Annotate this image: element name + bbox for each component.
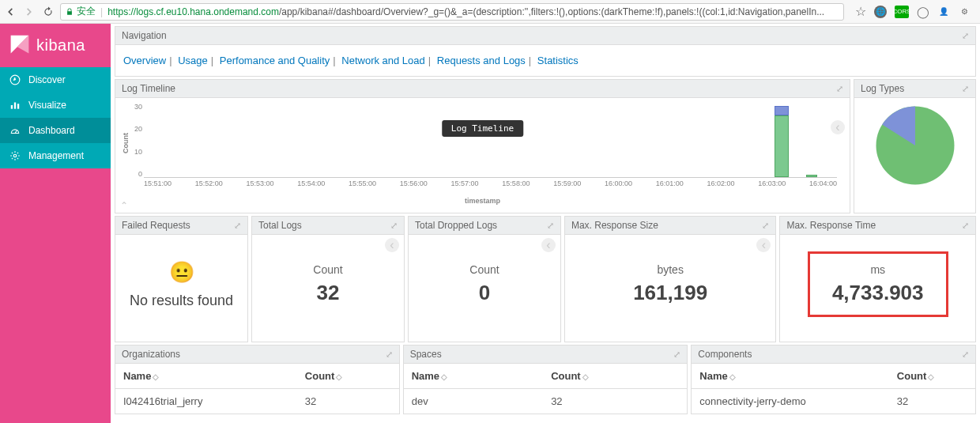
svg-rect-4	[14, 103, 16, 109]
forward-icon[interactable]	[24, 6, 35, 17]
secure-badge: 安全	[66, 5, 96, 18]
table-header-count[interactable]: Count◇	[889, 364, 975, 389]
total-logs-panel: Total Logs⤢ ‹ Count 32	[251, 216, 405, 342]
max-response-size-panel: Max. Response Size⤢ ‹ bytes 161,199	[564, 216, 777, 342]
expand-icon[interactable]: ⤢	[962, 84, 969, 94]
extension-user-icon[interactable]: 👤	[937, 6, 950, 18]
browser-action-icons: ☆ 🌐 CORS ◯ 👤 ⚙	[850, 4, 975, 19]
svg-rect-5	[17, 104, 19, 108]
organizations-table: Name◇ Count◇ I042416trial_jerry 32	[115, 364, 399, 414]
metric-value: 4,733.903	[832, 281, 924, 305]
highlighted-metric: ms 4,733.903	[808, 251, 948, 317]
url-path: /app/kibana#/dashboard/Overview?_g=()&_a…	[279, 6, 824, 17]
dashboard-nav-links: Overview| Usage| Perfomance and Quality|…	[115, 45, 975, 76]
table-header-name[interactable]: Name◇	[692, 364, 889, 389]
sidebar-item-management[interactable]: Management	[0, 143, 111, 168]
table-header-name[interactable]: Name◇	[404, 364, 543, 389]
panel-title: Log Types	[861, 83, 904, 94]
browser-toolbar: 安全 | https://logs.cf.eu10.hana.ondemand.…	[0, 0, 980, 24]
table-row[interactable]: dev 32	[404, 389, 688, 414]
extension-ublock-icon[interactable]: ◯	[917, 6, 929, 18]
expand-icon[interactable]: ⤢	[836, 84, 843, 94]
nav-link-usage[interactable]: Usage	[178, 55, 208, 66]
metric-value: 161,199	[633, 281, 707, 305]
table-row[interactable]: I042416trial_jerry 32	[115, 389, 399, 414]
gear-icon	[9, 150, 21, 161]
failed-requests-panel: Failed Requests⤢ 😐 No results found	[115, 216, 248, 342]
nav-link-overview[interactable]: Overview	[123, 55, 166, 66]
sort-icon: ◇	[153, 372, 159, 381]
chart-prev-icon[interactable]: ‹	[756, 238, 771, 252]
metric-value: 0	[479, 281, 490, 305]
panel-title: Max. Response Time	[786, 220, 876, 231]
expand-icon[interactable]: ⤢	[673, 349, 680, 360]
sidebar-item-label: Dashboard	[28, 125, 75, 136]
expand-icon[interactable]: ⤢	[962, 31, 969, 41]
chart-collapse-icon[interactable]: ⌃	[120, 200, 128, 211]
max-response-time-panel: Max. Response Time⤢ ms 4,733.903	[779, 216, 976, 342]
panel-title: Log Timeline	[122, 83, 175, 94]
svg-point-7	[13, 154, 17, 157]
expand-icon[interactable]: ⤢	[386, 349, 393, 360]
organizations-panel: Organizations⤢ Name◇ Count◇ I042416trial…	[115, 345, 400, 414]
spaces-table: Name◇ Count◇ dev 32	[404, 364, 688, 414]
log-timeline-chart[interactable]: Count 30 20 10 0	[144, 103, 837, 194]
back-icon[interactable]	[5, 6, 16, 17]
gauge-icon	[9, 125, 21, 136]
sidebar-item-dashboard[interactable]: Dashboard	[0, 118, 111, 143]
nav-link-statistics[interactable]: Statistics	[537, 55, 579, 66]
table-cell: I042416trial_jerry	[115, 389, 297, 414]
metric-label: bytes	[657, 263, 683, 276]
compass-icon	[9, 74, 21, 85]
log-types-panel: Log Types ⤢	[854, 79, 976, 213]
reload-icon[interactable]	[43, 6, 54, 17]
table-cell: 32	[543, 389, 687, 414]
nav-link-performance[interactable]: Perfomance and Quality	[220, 55, 330, 66]
extension-cors-icon[interactable]: CORS	[895, 6, 909, 18]
no-results-message: No results found	[130, 293, 233, 309]
table-header-count[interactable]: Count◇	[297, 364, 399, 389]
extension-misc-icon[interactable]: ⚙	[958, 6, 971, 18]
chart-prev-icon[interactable]: ‹	[541, 238, 556, 252]
nav-link-requests[interactable]: Requests and Logs	[437, 55, 526, 66]
expand-icon[interactable]: ⤢	[962, 349, 969, 360]
sort-icon: ◇	[441, 372, 447, 381]
bookmark-icon[interactable]: ☆	[855, 4, 866, 19]
lock-icon	[66, 8, 74, 16]
sort-icon: ◇	[729, 372, 736, 381]
navigation-panel: Navigation ⤢ Overview| Usage| Perfomance…	[115, 26, 976, 77]
chart-x-axis-label: timestamp	[120, 197, 845, 205]
expand-icon[interactable]: ⤢	[390, 221, 398, 231]
total-dropped-logs-panel: Total Dropped Logs⤢ ‹ Count 0	[408, 216, 561, 342]
table-header-name[interactable]: Name◇	[115, 364, 297, 389]
expand-icon[interactable]: ⤢	[962, 221, 969, 231]
kibana-logo[interactable]: kibana	[0, 24, 111, 67]
sidebar-item-visualize[interactable]: Visualize	[0, 93, 111, 118]
log-types-pie-chart[interactable]	[872, 102, 959, 189]
address-bar[interactable]: 安全 | https://logs.cf.eu10.hana.ondemand.…	[60, 3, 844, 21]
components-panel: Components⤢ Name◇ Count◇ connectivity-je…	[691, 345, 976, 414]
nav-link-network[interactable]: Network and Load	[341, 55, 425, 66]
table-header-count[interactable]: Count◇	[543, 364, 687, 389]
chart-bar[interactable]	[806, 175, 817, 177]
table-cell: dev	[404, 389, 543, 414]
chart-prev-icon[interactable]: ‹	[385, 238, 399, 252]
sidebar-item-discover[interactable]: Discover	[0, 67, 111, 93]
expand-icon[interactable]: ⤢	[547, 221, 554, 231]
expand-icon[interactable]: ⤢	[762, 221, 769, 231]
bar-chart-icon	[9, 100, 21, 111]
kibana-logo-text: kibana	[36, 36, 85, 55]
panel-title: Navigation	[122, 30, 167, 41]
chart-bar[interactable]	[775, 106, 789, 177]
table-row[interactable]: connectivity-jerry-demo 32	[692, 389, 975, 414]
sort-icon: ◇	[928, 372, 934, 381]
extension-globe-icon[interactable]: 🌐	[874, 6, 887, 18]
panel-title: Organizations	[122, 349, 180, 360]
table-cell: connectivity-jerry-demo	[692, 389, 889, 414]
metric-label: Count	[313, 263, 342, 276]
sidebar-item-label: Visualize	[28, 100, 66, 111]
panel-title: Spaces	[410, 349, 442, 360]
url-host: https://logs.cf.eu10.hana.ondemand.com	[107, 6, 279, 17]
metric-label: Count	[469, 263, 499, 276]
expand-icon[interactable]: ⤢	[234, 221, 241, 231]
